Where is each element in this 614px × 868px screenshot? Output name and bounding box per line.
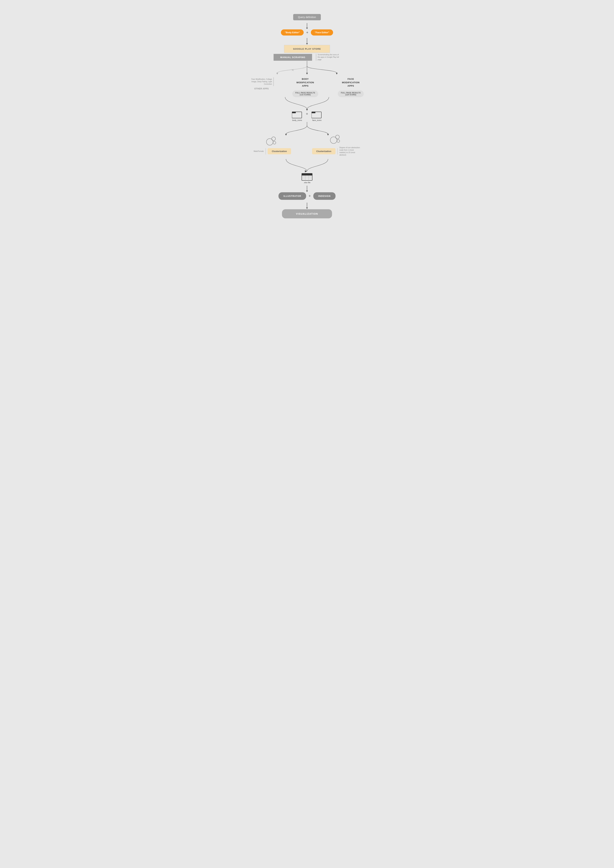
scraping-note: Screenshotting the icons of the apps in … bbox=[318, 54, 340, 61]
search-terms-row: "Body Editor" + "Face Editor" bbox=[281, 29, 333, 36]
cluster-right-row: Clusterization Degree of icon abstractio… bbox=[312, 146, 360, 156]
svg-marker-5 bbox=[276, 73, 278, 74]
scraping-row: MANUAL SCRAPING Screenshotting the icons… bbox=[274, 54, 340, 61]
query-label: Query definition bbox=[298, 16, 316, 19]
svg-marker-14 bbox=[305, 170, 307, 172]
plus-sign-folders: + bbox=[306, 112, 308, 116]
tools-row: ILLUSTRATOR + INDESIGN bbox=[279, 192, 335, 200]
svg-rect-8 bbox=[292, 112, 296, 113]
folder-svg bbox=[263, 97, 351, 111]
cluster-left-row: Male/Female Clusterization bbox=[254, 148, 291, 155]
manual-scraping-node: MANUAL SCRAPING bbox=[274, 54, 312, 61]
face-results: FULL PAGE RESULTS(124 ICONS) bbox=[338, 90, 364, 97]
clusterization-row: Male/Female Clusterization Clusterizatio… bbox=[246, 135, 368, 156]
cluster-left-node: Clusterization bbox=[268, 148, 291, 154]
svg-marker-3 bbox=[306, 73, 308, 74]
face-editor-label: "Face Editor" bbox=[315, 31, 329, 34]
branch-svg bbox=[246, 61, 368, 77]
illustrator-node: ILLUSTRATOR bbox=[279, 192, 306, 200]
cluster-right-bar bbox=[337, 148, 338, 155]
face-category-label: FACEMODIFICATIONAPPS bbox=[342, 78, 360, 88]
query-definition-node: Query definition bbox=[293, 14, 321, 20]
bubbles-left bbox=[266, 136, 279, 147]
scraping-bar bbox=[316, 54, 316, 61]
body-category-label: BODYMODIFICATIONAPPS bbox=[296, 78, 314, 88]
branch-connector-area: Face Modification, Collage Image, Deep F… bbox=[246, 61, 368, 97]
other-apps-bar bbox=[273, 78, 274, 86]
cluster-left-bar bbox=[265, 148, 266, 155]
bubble-sm2-left bbox=[273, 141, 276, 144]
svg-marker-6 bbox=[306, 109, 308, 111]
bubble-sm2-right bbox=[337, 140, 340, 143]
folder-connector-area bbox=[263, 97, 351, 112]
body-results: FULL PAGE RESULTS(115 ICONS) bbox=[292, 90, 318, 97]
google-play-store-node: GOOGLE PLAY STORE bbox=[284, 45, 330, 53]
bubble-sm1-right bbox=[335, 135, 340, 139]
other-apps-categories: Face Modification, Collage Image, Deep F… bbox=[249, 78, 272, 85]
xlsx-label: .xlsx file bbox=[304, 181, 310, 183]
body-folder-label: body_icons bbox=[292, 119, 302, 121]
plus-sign-1: + bbox=[306, 30, 309, 35]
bubble-sm1-left bbox=[271, 136, 276, 141]
cluster-connector-area bbox=[263, 122, 351, 136]
bubbles-right bbox=[330, 135, 343, 145]
three-columns: Face Modification, Collage Image, Deep F… bbox=[246, 78, 368, 97]
other-apps-label: OTHER APPS bbox=[254, 87, 269, 90]
cluster-svg bbox=[263, 122, 351, 136]
xlsx-connector-area bbox=[263, 159, 351, 174]
body-apps-col: BODYMODIFICATIONAPPS FULL PAGE RESULTS(1… bbox=[288, 78, 323, 97]
visualization-node: VISUALIZATION bbox=[282, 209, 332, 219]
xlsx-svg bbox=[263, 159, 351, 173]
cluster-left: Male/Female Clusterization bbox=[254, 136, 291, 155]
cluster-right: Clusterization Degree of icon abstractio… bbox=[312, 135, 360, 156]
face-apps-col: FACEMODIFICATIONAPPS FULL PAGE RESULTS(1… bbox=[333, 78, 368, 97]
face-folder-label: face_icons bbox=[312, 119, 321, 121]
main-canvas: Query definition "Body Editor" + "Face E… bbox=[228, 0, 386, 236]
body-editor-label: "Body Editor" bbox=[285, 31, 300, 34]
plus-sign-tools: + bbox=[309, 194, 311, 198]
other-apps-col: Face Modification, Collage Image, Deep F… bbox=[246, 78, 277, 90]
store-label: GOOGLE PLAY STORE bbox=[293, 48, 321, 50]
scraping-label: MANUAL SCRAPING bbox=[280, 56, 305, 59]
cluster-left-sidenote: Male/Female bbox=[254, 150, 264, 152]
indesign-node: INDESIGN bbox=[313, 192, 335, 200]
cluster-right-sidenote: Degree of icon abstraction: scale from 1… bbox=[340, 146, 360, 156]
cluster-right-node: Clusterization bbox=[312, 148, 335, 154]
body-editor-tag: "Body Editor" bbox=[281, 29, 304, 36]
face-editor-tag: "Face Editor" bbox=[311, 29, 333, 36]
svg-marker-4 bbox=[336, 73, 338, 74]
svg-rect-10 bbox=[312, 112, 315, 113]
